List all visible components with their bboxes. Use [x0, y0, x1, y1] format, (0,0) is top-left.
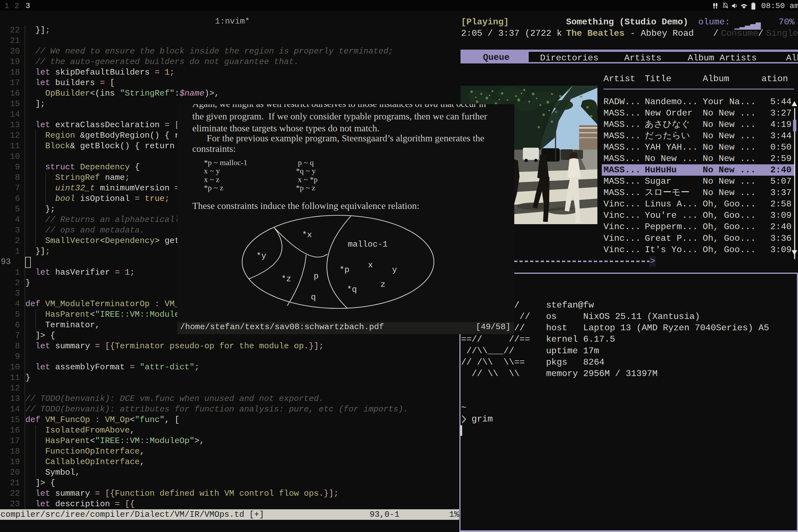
svg-text:p: p [314, 271, 319, 281]
svg-text:*q: *q [347, 285, 357, 294]
svg-text:*p: *p [339, 265, 349, 274]
svg-text:y: y [392, 265, 397, 274]
svg-text:*z: *z [281, 274, 291, 284]
svg-text:malloc-1: malloc-1 [348, 240, 388, 249]
svg-text:x: x [368, 261, 373, 270]
svg-text:*x: *x [302, 230, 312, 240]
svg-text:q: q [311, 292, 316, 302]
svg-text:*y: *y [256, 251, 266, 261]
svg-text:z: z [380, 280, 385, 289]
